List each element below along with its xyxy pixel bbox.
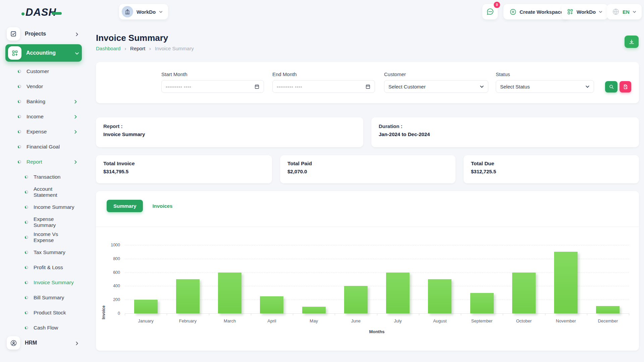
sidebar-item-expense[interactable]: Expense: [0, 124, 87, 139]
chart-x-tick-label: September: [461, 318, 503, 323]
chevron-down-icon: [599, 10, 602, 14]
bar-slot: [461, 245, 503, 313]
bullet-icon: [18, 115, 21, 118]
bar-slot: [545, 245, 587, 313]
sidebar-item-customer[interactable]: Customer: [0, 64, 87, 79]
sidebar-item-income-vs-expense[interactable]: Income Vs Expense: [0, 230, 87, 245]
sidebar-item-label: Invoice Summary: [34, 280, 77, 286]
sidebar-item-bill-summary[interactable]: Bill Summary: [0, 290, 87, 305]
total-paid-label: Total Paid: [287, 161, 448, 167]
sidebar-item-expense-summary[interactable]: Expense Summary: [0, 215, 87, 230]
bullet-icon: [18, 85, 21, 88]
sidebar-item-report[interactable]: Report: [0, 154, 87, 169]
bar-august[interactable]: [428, 279, 451, 313]
bullet-icon: [25, 236, 28, 239]
sidebar-item-account-statement[interactable]: Account Statement: [0, 184, 87, 199]
download-report-button[interactable]: [625, 36, 639, 48]
chart-y-tick-label: 600: [102, 270, 120, 275]
sidebar-item-income-summary[interactable]: Income Summary: [0, 199, 87, 215]
start-month-input[interactable]: --------- ----: [161, 80, 264, 93]
customer-select[interactable]: Select Customer: [384, 80, 488, 93]
bullet-icon: [25, 190, 28, 194]
total-due-card: Total Due $312,725.5: [464, 155, 639, 183]
workspace-switcher[interactable]: WorkDo: [119, 4, 168, 19]
sidebar-item-tax-summary[interactable]: Tax Summary: [0, 245, 87, 260]
sidebar-item-vendor[interactable]: Vendor: [0, 79, 87, 94]
language-selector[interactable]: EN: [607, 4, 642, 19]
breadcrumb: Dashboard › Report › Invoice Summary: [96, 46, 194, 51]
sidebar-item-transaction[interactable]: Transaction: [0, 169, 87, 184]
workdo-menu-button[interactable]: WorkDo: [561, 4, 608, 19]
messages-button[interactable]: 0: [482, 4, 498, 19]
app-screen: DASH WorkDo 0: [0, 0, 644, 362]
calendar-icon[interactable]: [254, 84, 260, 89]
status-select[interactable]: Select Status: [496, 80, 594, 93]
bar-september[interactable]: [470, 293, 494, 313]
calendar-icon[interactable]: [365, 84, 371, 89]
bar-december[interactable]: [596, 306, 620, 313]
sidebar-item-banking[interactable]: Banking: [0, 94, 87, 109]
chart-y-tick-label: 0: [102, 311, 120, 316]
bar-slot: [335, 245, 377, 313]
bar-november[interactable]: [554, 252, 578, 313]
customer-field: Customer Select Customer: [384, 71, 488, 93]
chart-x-tick-label: July: [377, 318, 419, 323]
bullet-icon: [18, 145, 21, 148]
bar-october[interactable]: [512, 273, 536, 313]
breadcrumb-report[interactable]: Report: [130, 46, 145, 51]
sidebar-item-hrm[interactable]: HRM: [5, 335, 82, 351]
workdo-menu-label: WorkDo: [577, 9, 596, 15]
end-month-label: End Month: [272, 71, 375, 77]
bullet-icon: [25, 221, 28, 224]
total-paid-value: $2,070.0: [287, 169, 448, 174]
create-workspace-label: Create Workspace: [520, 9, 564, 15]
bar-march[interactable]: [218, 273, 241, 313]
bar-may[interactable]: [302, 307, 326, 313]
tab-invoices[interactable]: Invoices: [152, 203, 172, 209]
sidebar-item-profit-loss[interactable]: Profit & Loss: [0, 260, 87, 275]
sidebar-item-product-stock[interactable]: Product Stock: [0, 305, 87, 320]
checkbox-icon: [7, 27, 20, 41]
sidebar-item-label: Product Stock: [34, 310, 77, 316]
app-logo[interactable]: DASH: [21, 6, 62, 19]
breadcrumb-dashboard[interactable]: Dashboard: [96, 46, 120, 51]
plus-circle-icon: [509, 8, 517, 15]
logo-dot-icon: [21, 12, 24, 15]
end-month-value: --------- ----: [277, 84, 365, 89]
chart-x-tick-mark: [587, 313, 587, 315]
reset-filter-button[interactable]: [620, 81, 631, 93]
bullet-icon: [25, 266, 28, 269]
bar-january[interactable]: [134, 300, 158, 313]
messages-count-badge: 0: [494, 2, 500, 8]
sidebar-item-label: Bill Summary: [34, 295, 77, 301]
bar-slot: [293, 245, 335, 313]
create-workspace-button[interactable]: Create Workspace: [503, 4, 570, 19]
customer-select-value: Select Customer: [388, 84, 480, 89]
chart-x-tick-label: June: [335, 318, 377, 323]
sidebar-item-financial-goal[interactable]: Financial Goal: [0, 139, 87, 154]
sidebar-item-income[interactable]: Income: [0, 109, 87, 124]
chevron-right-icon: [75, 341, 78, 345]
tab-summary[interactable]: Summary: [107, 200, 143, 212]
chart-x-tick-mark: [251, 313, 251, 315]
sidebar-item-accounting[interactable]: Accounting: [5, 44, 82, 62]
sidebar-item-cash-flow[interactable]: Cash Flow: [0, 320, 87, 335]
total-invoice-card: Total Invoice $314,795.5: [96, 155, 272, 183]
download-icon: [629, 39, 635, 45]
bar-july[interactable]: [386, 273, 410, 313]
apply-filter-button[interactable]: [605, 81, 618, 93]
bar-slot: [377, 245, 419, 313]
bar-february[interactable]: [176, 279, 200, 313]
invoice-bar-chart: Invoice Months 02004006008001000JanuaryF…: [96, 227, 639, 351]
sidebar-item-invoice-summary[interactable]: Invoice Summary: [0, 275, 87, 290]
sidebar-item-projects[interactable]: Projects: [5, 26, 82, 42]
chevron-right-icon: [75, 32, 78, 36]
bullet-icon: [25, 281, 28, 284]
bullet-icon: [25, 296, 28, 299]
bar-april[interactable]: [260, 296, 283, 313]
bar-june[interactable]: [344, 286, 368, 313]
total-due-label: Total Due: [471, 161, 632, 167]
duration-info-card: Duration : Jan-2024 to Dec-2024: [371, 117, 639, 147]
end-month-input[interactable]: --------- ----: [272, 80, 375, 93]
sidebar-item-label: Banking: [26, 99, 73, 105]
